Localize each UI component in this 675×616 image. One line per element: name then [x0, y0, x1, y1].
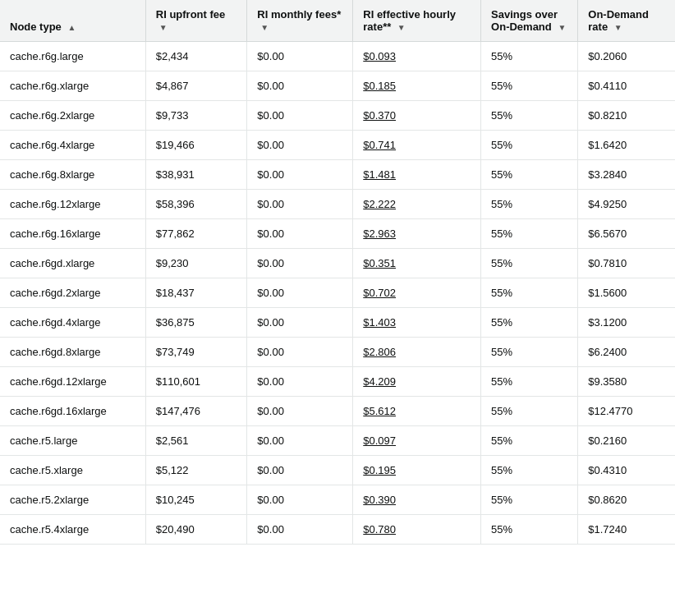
cell-upfront-fee: $2,561 [145, 426, 247, 456]
cell-monthly-fee: $0.00 [247, 160, 353, 190]
col-header-on-demand[interactable]: On-Demand rate ▼ [578, 0, 675, 42]
cell-savings: 55% [481, 485, 578, 515]
cell-monthly-fee: $0.00 [247, 485, 353, 515]
cell-upfront-fee: $9,230 [145, 249, 247, 278]
cell-effective-rate: $0.390 [353, 485, 481, 515]
cell-upfront-fee: $2,434 [145, 42, 247, 71]
cell-node-type: cache.r5.2xlarge [0, 485, 145, 515]
cell-on-demand-rate: $3.1200 [578, 308, 675, 338]
cell-effective-rate: $1.481 [353, 160, 481, 190]
table-row: cache.r6g.4xlarge$19,466$0.00$0.74155%$1… [0, 131, 675, 160]
table-row: cache.r6g.8xlarge$38,931$0.00$1.48155%$3… [0, 160, 675, 190]
cell-node-type: cache.r6gd.xlarge [0, 249, 145, 278]
cell-savings: 55% [481, 249, 578, 278]
cell-node-type: cache.r6gd.12xlarge [0, 367, 145, 397]
cell-node-type: cache.r6g.4xlarge [0, 131, 145, 160]
cell-node-type: cache.r5.xlarge [0, 456, 145, 485]
cell-monthly-fee: $0.00 [247, 397, 353, 426]
sort-asc-icon: ▲ [67, 23, 76, 32]
cell-on-demand-rate: $0.2060 [578, 42, 675, 71]
col-header-ri-monthly[interactable]: RI monthly fees* ▼ [247, 0, 353, 42]
col-header-node-type[interactable]: Node type ▲ [0, 0, 145, 42]
cell-savings: 55% [481, 219, 578, 249]
cell-monthly-fee: $0.00 [247, 219, 353, 249]
cell-savings: 55% [481, 42, 578, 71]
cell-savings: 55% [481, 131, 578, 160]
table-row: cache.r5.xlarge$5,122$0.00$0.19555%$0.43… [0, 456, 675, 485]
cell-monthly-fee: $0.00 [247, 338, 353, 367]
cell-savings: 55% [481, 308, 578, 338]
cell-node-type: cache.r6gd.4xlarge [0, 308, 145, 338]
cell-monthly-fee: $0.00 [247, 278, 353, 308]
cell-on-demand-rate: $0.2160 [578, 426, 675, 456]
cell-upfront-fee: $9,733 [145, 101, 247, 131]
cell-on-demand-rate: $6.5670 [578, 219, 675, 249]
cell-effective-rate: $2.222 [353, 190, 481, 219]
sort-desc-icon: ▼ [558, 23, 566, 32]
cell-on-demand-rate: $0.4110 [578, 71, 675, 101]
cell-monthly-fee: $0.00 [247, 71, 353, 101]
cell-node-type: cache.r6gd.16xlarge [0, 397, 145, 426]
table-row: cache.r6g.large$2,434$0.00$0.09355%$0.20… [0, 42, 675, 71]
cell-on-demand-rate: $0.7810 [578, 249, 675, 278]
col-header-ri-effective[interactable]: RI effective hourly rate** ▼ [353, 0, 481, 42]
cell-effective-rate: $0.097 [353, 426, 481, 456]
cell-savings: 55% [481, 456, 578, 485]
cell-on-demand-rate: $4.9250 [578, 190, 675, 219]
cell-on-demand-rate: $6.2400 [578, 338, 675, 367]
cell-node-type: cache.r6gd.8xlarge [0, 338, 145, 367]
cell-on-demand-rate: $9.3580 [578, 367, 675, 397]
cell-savings: 55% [481, 397, 578, 426]
cell-effective-rate: $0.195 [353, 456, 481, 485]
cell-savings: 55% [481, 426, 578, 456]
cell-effective-rate: $0.780 [353, 515, 481, 545]
cell-on-demand-rate: $0.8620 [578, 485, 675, 515]
cell-effective-rate: $0.370 [353, 101, 481, 131]
cell-on-demand-rate: $1.7240 [578, 515, 675, 545]
table-row: cache.r5.2xlarge$10,245$0.00$0.39055%$0.… [0, 485, 675, 515]
table-row: cache.r5.large$2,561$0.00$0.09755%$0.216… [0, 426, 675, 456]
cell-monthly-fee: $0.00 [247, 426, 353, 456]
sort-desc-icon: ▼ [260, 23, 269, 32]
cell-savings: 55% [481, 278, 578, 308]
cell-monthly-fee: $0.00 [247, 308, 353, 338]
col-header-ri-upfront[interactable]: RI upfront fee ▼ [145, 0, 247, 42]
cell-effective-rate: $0.185 [353, 71, 481, 101]
table-row: cache.r6gd.xlarge$9,230$0.00$0.35155%$0.… [0, 249, 675, 278]
cell-on-demand-rate: $1.6420 [578, 131, 675, 160]
cell-savings: 55% [481, 101, 578, 131]
table-row: cache.r6g.xlarge$4,867$0.00$0.18555%$0.4… [0, 71, 675, 101]
table-row: cache.r6g.12xlarge$58,396$0.00$2.22255%$… [0, 190, 675, 219]
cell-on-demand-rate: $3.2840 [578, 160, 675, 190]
cell-node-type: cache.r6g.large [0, 42, 145, 71]
table-row: cache.r6gd.16xlarge$147,476$0.00$5.61255… [0, 397, 675, 426]
cell-upfront-fee: $19,466 [145, 131, 247, 160]
cell-upfront-fee: $110,601 [145, 367, 247, 397]
cell-savings: 55% [481, 338, 578, 367]
col-header-savings[interactable]: Savings over On-Demand ▼ [481, 0, 578, 42]
cell-monthly-fee: $0.00 [247, 515, 353, 545]
table-row: cache.r6gd.8xlarge$73,749$0.00$2.80655%$… [0, 338, 675, 367]
cell-upfront-fee: $20,490 [145, 515, 247, 545]
cell-upfront-fee: $10,245 [145, 485, 247, 515]
cell-monthly-fee: $0.00 [247, 131, 353, 160]
cell-upfront-fee: $5,122 [145, 456, 247, 485]
cell-upfront-fee: $4,867 [145, 71, 247, 101]
cell-savings: 55% [481, 160, 578, 190]
cell-upfront-fee: $38,931 [145, 160, 247, 190]
cell-effective-rate: $2.806 [353, 338, 481, 367]
cell-node-type: cache.r6g.16xlarge [0, 219, 145, 249]
cell-upfront-fee: $73,749 [145, 338, 247, 367]
cell-savings: 55% [481, 71, 578, 101]
table-row: cache.r6gd.2xlarge$18,437$0.00$0.70255%$… [0, 278, 675, 308]
table-row: cache.r6gd.4xlarge$36,875$0.00$1.40355%$… [0, 308, 675, 338]
table-row: cache.r6g.16xlarge$77,862$0.00$2.96355%$… [0, 219, 675, 249]
cell-savings: 55% [481, 515, 578, 545]
cell-savings: 55% [481, 190, 578, 219]
sort-desc-icon: ▼ [614, 23, 622, 32]
cell-node-type: cache.r6g.8xlarge [0, 160, 145, 190]
cell-effective-rate: $4.209 [353, 367, 481, 397]
cell-upfront-fee: $58,396 [145, 190, 247, 219]
cell-effective-rate: $1.403 [353, 308, 481, 338]
cell-effective-rate: $5.612 [353, 397, 481, 426]
